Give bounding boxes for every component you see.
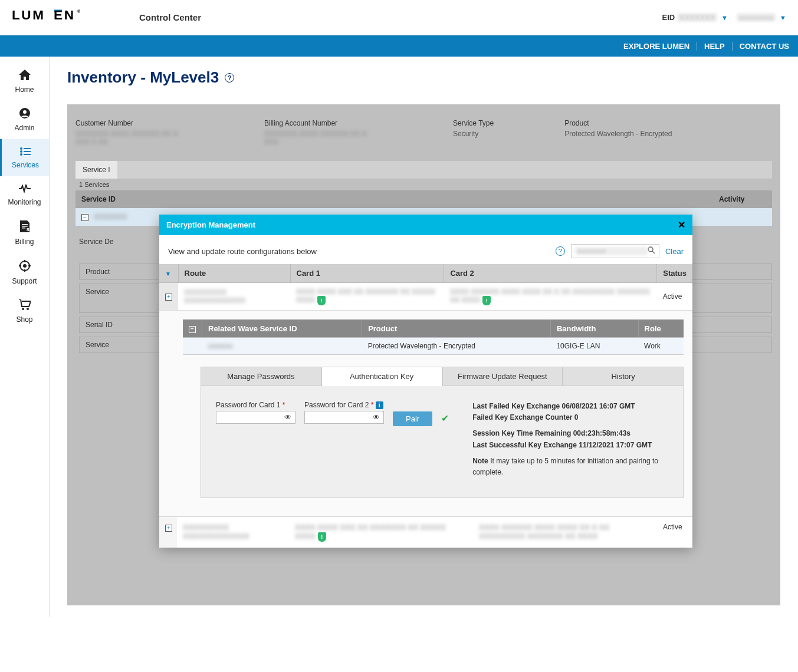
- help-icon[interactable]: ?: [556, 246, 565, 256]
- modal-title: Encryption Management: [166, 220, 255, 229]
- product-label: Product: [564, 119, 672, 127]
- eid-value: XXXXXXX: [677, 13, 718, 22]
- svg-rect-11: [24, 154, 31, 155]
- col-role: Role: [638, 319, 684, 338]
- svg-point-23: [27, 308, 29, 310]
- sidebar-item-label: Admin: [14, 124, 34, 132]
- customer-number-value: XXXXXXX XXXX XXXXXX XX X XXX X XX: [75, 130, 193, 146]
- eye-icon[interactable]: 👁: [373, 413, 380, 421]
- shop-icon: [19, 299, 31, 313]
- collapse-icon[interactable]: −: [81, 214, 88, 221]
- explore-lumen-link[interactable]: EXPLORE LUMEN: [616, 42, 697, 51]
- panel-meta: Customer Number XXXXXXX XXXX XXXXXX XX X…: [75, 119, 772, 146]
- sidebar-item-services[interactable]: Services: [0, 139, 49, 176]
- svg-point-5: [23, 110, 27, 114]
- pw1-label: Password for Card 1 *: [216, 401, 295, 409]
- sidebar-item-label: Billing: [15, 238, 34, 246]
- bg-services-count: 1 Services: [75, 179, 772, 190]
- clear-link[interactable]: Clear: [665, 247, 684, 256]
- user-block[interactable]: xxxxxxxxx ▼: [737, 13, 786, 22]
- modal-subheader: View and update route configurations bel…: [159, 235, 692, 264]
- shield-icon: [482, 296, 491, 305]
- card2-value: XXXX XXXXXX XXXX XXXX XX X XX XXXXXXXXX …: [450, 288, 650, 304]
- check-icon: ✔: [441, 413, 449, 424]
- expand-icon[interactable]: +: [165, 525, 172, 532]
- expand-icon[interactable]: +: [165, 294, 172, 301]
- shield-icon: [317, 296, 326, 305]
- service-type-label: Service Type: [453, 119, 494, 127]
- bg-service-tab: Service I: [75, 161, 117, 179]
- svg-rect-21: [28, 265, 31, 266]
- info-icon[interactable]: i: [376, 401, 383, 409]
- route-table: ▼ Route Card 1 Card 2 Status + XXXXXXXXX…: [159, 264, 692, 516]
- svg-text:EN: EN: [54, 8, 75, 22]
- col-card1[interactable]: Card 1: [290, 264, 444, 283]
- expanded-area: − Related Wave Service ID Product Bandwi…: [159, 311, 692, 516]
- search-icon[interactable]: [648, 246, 655, 256]
- route-row-1: + XXXXXXXXX XXXXXXXXXXXXX XXXX XXXX XXX …: [159, 283, 692, 311]
- sidebar-item-label: Shop: [16, 315, 32, 324]
- session-time-label: Session Key Time Remaining: [472, 429, 571, 437]
- help-link[interactable]: HELP: [697, 42, 733, 51]
- content-area: Inventory - MyLevel3 ? Customer Number X…: [50, 57, 798, 617]
- search-input[interactable]: [575, 247, 648, 255]
- tab-manage-passwords[interactable]: Manage Passwords: [201, 367, 321, 386]
- user-name: xxxxxxxxx: [737, 13, 776, 22]
- last-failed-value: 06/08/2021 16:07 GMT: [562, 402, 635, 410]
- top-header: LUM EN ® Control Center EID XXXXXXX ▼ xx…: [0, 0, 798, 35]
- support-icon: [19, 260, 31, 275]
- svg-rect-18: [24, 260, 25, 262]
- related-wave-row: xxxxxxx Protected Wavelength - Encrypted…: [183, 338, 684, 355]
- inner-expand-col: −: [183, 319, 202, 338]
- related-value: xxxxxxx: [208, 342, 233, 350]
- card2-value: XXXX XXXXXX XXXX XXXX XX X XX XXXXXXXXX …: [479, 523, 609, 541]
- lumen-logo: LUM EN ®: [12, 8, 104, 27]
- last-failed-label: Last Failed Key Exchange: [472, 402, 560, 410]
- inner-bandwidth-value: 10GIG-E LAN: [550, 338, 638, 355]
- sidebar-item-label: Services: [12, 161, 39, 169]
- close-icon[interactable]: ✕: [678, 219, 685, 230]
- last-success-value: 11/12/2021 17:07 GMT: [579, 441, 652, 449]
- col-route[interactable]: Route: [178, 264, 290, 283]
- svg-text:®: ®: [77, 9, 81, 14]
- svg-point-6: [20, 147, 22, 150]
- last-success-label: Last Successful Key Exchange: [472, 441, 577, 449]
- svg-text:LUM: LUM: [12, 8, 45, 22]
- password-card1-input[interactable]: [220, 413, 284, 421]
- sidebar-item-home[interactable]: Home: [0, 62, 49, 101]
- encryption-management-modal: Encryption Management ✕ View and update …: [159, 215, 692, 548]
- chevron-down-icon: ▼: [165, 271, 171, 277]
- sidebar-item-support[interactable]: Support: [0, 253, 49, 292]
- tab-firmware[interactable]: Firmware Update Request: [442, 367, 563, 386]
- help-icon[interactable]: ?: [225, 73, 234, 83]
- password-group: Password for Card 1 * 👁 Password for Car: [216, 401, 449, 483]
- eid-label: EID: [662, 13, 675, 22]
- blue-nav-bar: EXPLORE LUMEN HELP CONTACT US: [0, 35, 798, 57]
- pw2-label: Password for Card 2 * i: [304, 401, 384, 409]
- sidebar-item-label: Support: [12, 277, 37, 285]
- filter-column-header[interactable]: ▼: [159, 264, 178, 283]
- eid-block[interactable]: EID XXXXXXX ▼: [662, 13, 728, 22]
- route-value: XXXXXXXXX XXXXXXXXXXXXX: [183, 523, 249, 541]
- services-icon: [20, 146, 31, 159]
- sidebar-item-admin[interactable]: Admin: [0, 101, 49, 139]
- col-status[interactable]: Status: [657, 264, 692, 283]
- password-card2-input[interactable]: [308, 413, 373, 421]
- svg-point-8: [20, 150, 22, 153]
- svg-point-10: [20, 153, 22, 156]
- tab-authentication-key[interactable]: Authentication Key: [321, 367, 442, 386]
- collapse-icon[interactable]: −: [189, 326, 196, 333]
- route-value: XXXXXXXXX XXXXXXXXXXXXX: [184, 288, 245, 305]
- tab-history[interactable]: History: [563, 367, 684, 386]
- col-card2[interactable]: Card 2: [444, 264, 657, 283]
- modal-subtitle: View and update route configurations bel…: [168, 247, 317, 256]
- sidebar-item-label: Monitoring: [8, 198, 41, 206]
- eye-icon[interactable]: 👁: [284, 413, 291, 421]
- sidebar-item-shop[interactable]: Shop: [0, 292, 49, 331]
- inner-product-value: Protected Wavelength - Encrypted: [362, 338, 551, 355]
- pair-button[interactable]: Pair: [393, 411, 432, 426]
- sidebar-item-monitoring[interactable]: Monitoring: [0, 176, 49, 213]
- contact-us-link[interactable]: CONTACT US: [733, 42, 789, 51]
- billing-icon: $: [20, 220, 29, 235]
- sidebar-item-billing[interactable]: $ Billing: [0, 213, 49, 253]
